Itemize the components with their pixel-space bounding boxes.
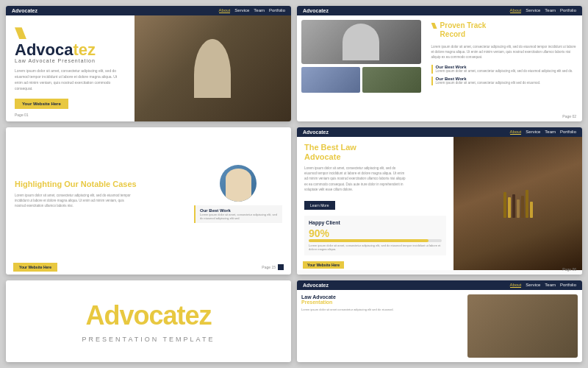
slide-4-body-text: Lorem ipsum dolor sit amet, consectetur … <box>304 166 407 192</box>
slide-2-title: Proven Track Record <box>440 21 487 39</box>
nav-link-portfolio[interactable]: Portfolio <box>269 8 285 13</box>
nav-link-service-4[interactable]: Service <box>526 130 540 135</box>
slide-1-nav: Advocatez About Service Team Portfolio <box>6 6 291 15</box>
slide-1-title: Advocatez <box>15 42 126 58</box>
slide-6-nav: Advocatez About Service Team Portfolio <box>297 280 582 290</box>
slide-3-title: Highlighting Our Notable Cases <box>15 179 194 189</box>
tagline: Presentation Template <box>82 336 215 343</box>
slide-1-body: Advocatez Law Advocate Presentation Lore… <box>6 15 291 121</box>
page-sq-icon <box>278 264 284 270</box>
nav-link-service-2[interactable]: Service <box>526 8 540 13</box>
nav-link-about-2[interactable]: About <box>510 8 522 13</box>
nav-link-about-6[interactable]: About <box>510 283 522 288</box>
slide-1-image <box>135 15 291 121</box>
nav-link-team-2[interactable]: Team <box>545 8 556 13</box>
slide-6: Advocatez About Service Team Portfolio L… <box>297 280 582 362</box>
slide-2-body-text: Lorem ipsum dolor sit amet, consectetur … <box>431 44 576 60</box>
slide-proven-track: Advocatez About Service Team Portfolio <box>297 6 582 121</box>
bust-icon <box>194 39 231 98</box>
work-2-text: Lorem ipsum dolor sit amet, consectetur … <box>436 81 576 85</box>
learn-more-button[interactable]: Learn More <box>304 201 335 210</box>
slide-4-nav: Advocatez About Service Team Portfolio <box>297 127 582 137</box>
bookshelf-icon <box>503 190 533 218</box>
slide-2-body: Proven Track Record Lorem ipsum dolor si… <box>297 15 582 121</box>
slide-2-bottom-img-2 <box>362 67 421 93</box>
slide-logo: Advocatez Presentation Template <box>6 280 291 362</box>
happy-client-label: Happy Client <box>309 220 442 225</box>
slide-2-right: Proven Track Record Lorem ipsum dolor si… <box>426 15 582 121</box>
slide-1-nav-links: About Service Team Portfolio <box>219 8 285 13</box>
slides-grid: Advocatez About Service Team Portfolio A… <box>0 0 588 368</box>
slide-1-page-num: Page 01 <box>15 113 284 117</box>
slide-3-body-text: Lorem ipsum dolor sit amet, consectetur … <box>15 193 132 209</box>
slide-1-body-text: Lorem ipsum dolor sit amet, consectetur … <box>15 68 118 91</box>
slide-2-nav-links: About Service Team Portfolio <box>510 8 576 13</box>
slide-4-brand: Advocatez <box>303 130 329 135</box>
nav-link-team[interactable]: Team <box>254 8 265 13</box>
slide-4-title: The Best Law Advocate <box>304 143 446 162</box>
nav-link-service-6[interactable]: Service <box>526 283 540 288</box>
slide-6-nav-links: About Service Team Portfolio <box>510 283 576 288</box>
progress-bar-bg <box>309 239 442 242</box>
slide-hero: Advocatez About Service Team Portfolio A… <box>6 6 291 121</box>
slide-2-top-image <box>301 20 421 64</box>
slide-2-brand: Advocatez <box>303 8 329 13</box>
nav-link-portfolio-2[interactable]: Portfolio <box>560 8 576 13</box>
work-1-text: Lorem ipsum dolor sit amet, consectetur … <box>436 69 576 74</box>
slide-6-left: Law Advocate Presentation Lorem ipsum do… <box>301 294 464 358</box>
logo-mark-icon <box>15 27 26 39</box>
slide-6-brand: Advocatez <box>303 283 329 288</box>
slide-3-body: Highlighting Our Notable Cases Lorem ips… <box>6 127 291 261</box>
slide-1-left: Advocatez Law Advocate Presentation Lore… <box>6 15 135 121</box>
slide-6-image <box>467 294 578 358</box>
deco-arrow-2 <box>431 23 437 29</box>
progress-section: Happy Client 90% Lorem ipsum dolor sit a… <box>304 216 446 255</box>
nav-link-service[interactable]: Service <box>234 8 249 13</box>
slide-2-left <box>297 15 426 121</box>
slide-3-work-box: Our Best Work Lorem ipsum dolor sit amet… <box>194 205 282 223</box>
nav-link-about-4[interactable]: About <box>510 130 522 135</box>
slide-6-body: Law Advocate Presentation Lorem ipsum do… <box>297 290 582 362</box>
slide-4-left: The Best Law Advocate Lorem ipsum dolor … <box>297 137 453 271</box>
person-icon <box>226 169 251 202</box>
slide-6-body-text: Lorem ipsum dolor sit amet consectetur a… <box>301 308 464 312</box>
slide-2-work-1: Our Best Work Lorem ipsum dolor sit amet… <box>431 65 576 74</box>
slide-2-page-num: Page 02 <box>562 114 576 118</box>
work-box-text: Lorem ipsum dolor sit amet, consectetur … <box>200 213 278 220</box>
big-logo: Advocatez <box>85 300 211 331</box>
slide-3-page-num: Page 15 <box>262 264 284 270</box>
slide-3-cta[interactable]: Your Website Here <box>13 263 57 272</box>
slide-notable: Highlighting Our Notable Cases Lorem ips… <box>6 127 291 275</box>
slide-2-bottom-img-1 <box>301 67 360 93</box>
nav-link-team-6[interactable]: Team <box>545 283 556 288</box>
slide-2-work-2: Our Best Work Lorem ipsum dolor sit amet… <box>431 77 576 85</box>
slide-6-title: Law Advocate Presentation <box>301 294 464 305</box>
progress-text: Lorem ipsum dolor sit amet, consectetur … <box>309 244 442 251</box>
nav-link-about[interactable]: About <box>219 8 231 13</box>
slide-2-bottom-images <box>301 67 421 93</box>
person-circle <box>220 165 257 202</box>
slide-4-nav-links: About Service Team Portfolio <box>510 130 576 135</box>
slide-1-subtitle: Law Advocate Presentation <box>15 58 126 63</box>
slide-4-page-num: Page 06 <box>562 267 576 272</box>
slide-4-cta[interactable]: Your Website Here <box>303 261 344 269</box>
slide-3-right: Our Best Work Lorem ipsum dolor sit amet… <box>194 165 282 223</box>
slide-4-right <box>453 137 582 271</box>
library-image <box>453 137 582 271</box>
nav-link-team-4[interactable]: Team <box>545 130 556 135</box>
slide-1-brand: Advocatez <box>12 8 37 13</box>
slide-4-body: The Best Law Advocate Lorem ipsum dolor … <box>297 137 582 271</box>
slide-best-law: Advocatez About Service Team Portfolio T… <box>297 127 582 275</box>
percentage-value: 90% <box>309 227 442 239</box>
dome-icon <box>343 24 379 60</box>
slide-1-cta[interactable]: Your Website Here <box>15 99 68 109</box>
slide-3-left: Highlighting Our Notable Cases Lorem ips… <box>15 179 194 209</box>
slide-2-nav: Advocatez About Service Team Portfolio <box>297 6 582 15</box>
progress-bar-fill <box>309 239 429 242</box>
nav-link-portfolio-6[interactable]: Portfolio <box>560 283 576 288</box>
nav-link-portfolio-4[interactable]: Portfolio <box>560 130 576 135</box>
